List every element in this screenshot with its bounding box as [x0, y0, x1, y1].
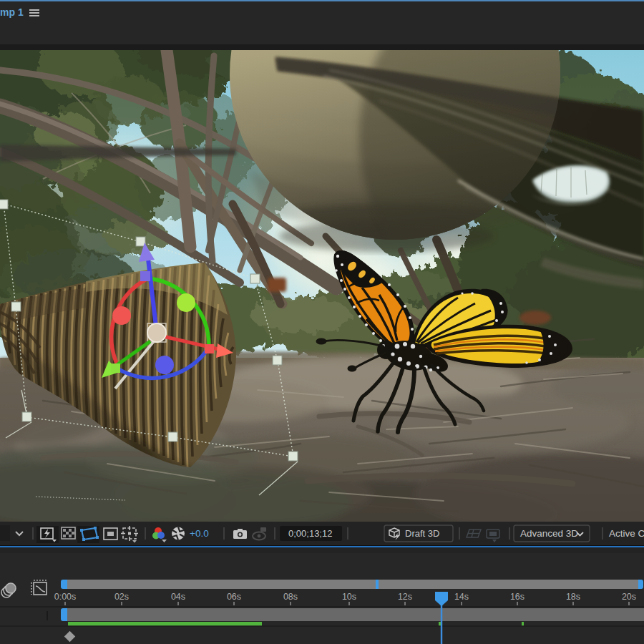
svg-text:0:00s: 0:00s	[54, 592, 77, 602]
svg-text:Draft 3D: Draft 3D	[405, 528, 439, 539]
svg-text:Active Ca: Active Ca	[609, 528, 644, 539]
svg-text:16s: 16s	[510, 592, 525, 602]
svg-text:Advanced 3D: Advanced 3D	[520, 528, 578, 539]
svg-text:12s: 12s	[398, 592, 412, 602]
svg-text:+0.0: +0.0	[190, 528, 209, 539]
svg-text:14s: 14s	[454, 592, 469, 602]
svg-text:0;00;13;12: 0;00;13;12	[288, 528, 332, 539]
svg-text:04s: 04s	[171, 592, 185, 602]
svg-text:08s: 08s	[283, 592, 298, 602]
svg-text:20s: 20s	[622, 592, 636, 602]
svg-text:06s: 06s	[227, 592, 241, 602]
svg-text:10s: 10s	[342, 592, 356, 602]
svg-text:02s: 02s	[114, 592, 129, 602]
svg-text:18s: 18s	[566, 592, 580, 602]
